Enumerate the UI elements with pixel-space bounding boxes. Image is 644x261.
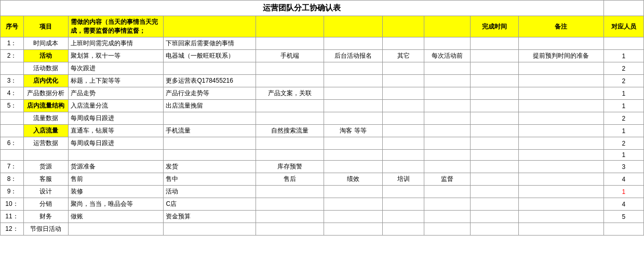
cell-needs: 装修 [68, 186, 164, 198]
cell-complete [471, 50, 519, 62]
cell-col3: 产品行业走势等 [164, 87, 256, 100]
cell-note [518, 87, 603, 100]
cell-note [518, 198, 603, 211]
cell-person: 1 [603, 186, 643, 198]
table-row: 12：节假日活动 [1, 223, 644, 236]
cell-col4 [256, 211, 324, 223]
cell-item: 店内流量结构 [24, 100, 68, 112]
cell-seq: 3： [1, 75, 24, 87]
cell-col7: 每次活动前 [424, 50, 471, 62]
cell-col7 [424, 150, 471, 161]
cell-col4 [256, 37, 324, 50]
cell-col5 [324, 137, 383, 150]
table-row: 6：运营数据每周或每日跟进2 [1, 137, 644, 150]
header-col6 [382, 16, 424, 37]
cell-seq [1, 125, 24, 137]
table-row: 流量数据每周或每日跟进2 [1, 112, 644, 125]
cell-person: 5 [603, 211, 643, 223]
cell-col7 [424, 112, 471, 125]
header-needs: 需做的内容（当天的事情当天完成，需要监督的事情监督； [68, 16, 164, 37]
cell-needs: 入店流量分流 [68, 100, 164, 112]
cell-seq [1, 62, 24, 75]
cell-note [518, 112, 603, 125]
cell-col7 [424, 161, 471, 173]
cell-col5 [324, 150, 383, 161]
cell-complete [471, 211, 519, 223]
cell-complete [471, 100, 519, 112]
cell-note [518, 62, 603, 75]
cell-col5 [324, 186, 383, 198]
cell-col3: 手机流量 [164, 125, 256, 137]
cell-item: 节假日活动 [24, 223, 68, 236]
cell-col6 [382, 37, 424, 50]
cell-col5: 淘客 等等 [324, 125, 383, 137]
cell-col7 [424, 125, 471, 137]
cell-item: 活动数据 [24, 62, 68, 75]
cell-col5: 后台活动报名 [324, 50, 383, 62]
cell-note [518, 100, 603, 112]
cell-col4 [256, 137, 324, 150]
cell-col3: 更多运营表Q178455216 [164, 75, 256, 87]
cell-complete [471, 223, 519, 236]
cell-col6 [382, 112, 424, 125]
table-wrapper: 运营团队分工协确认表 序号 项目 需做的内容（当天的事情当天完成，需要监督的事情… [0, 0, 644, 236]
cell-col4: 手机端 [256, 50, 324, 62]
cell-col5 [324, 62, 383, 75]
cell-seq: 6： [1, 137, 24, 150]
cell-needs: 售前 [68, 173, 164, 186]
cell-col5: 绩效 [324, 173, 383, 186]
cell-col5 [324, 37, 383, 50]
cell-col4: 产品文案，关联 [256, 87, 324, 100]
cell-complete [471, 112, 519, 125]
cell-note [518, 125, 603, 137]
cell-col4 [256, 198, 324, 211]
header-seq: 序号 [1, 16, 24, 37]
title-empty [603, 1, 643, 16]
cell-seq: 2： [1, 50, 24, 62]
table-row: 11：财务做账资金预算5 [1, 211, 644, 223]
cell-person: 2 [603, 62, 643, 75]
cell-person: 1 [603, 50, 643, 62]
cell-col5 [324, 112, 383, 125]
cell-col6 [382, 186, 424, 198]
cell-col7 [424, 186, 471, 198]
cell-col6 [382, 198, 424, 211]
cell-col7 [424, 211, 471, 223]
cell-complete [471, 137, 519, 150]
cell-person: 2 [603, 137, 643, 150]
cell-col5 [324, 75, 383, 87]
cell-col7 [424, 87, 471, 100]
cell-item [24, 150, 68, 161]
cell-item: 入店流量 [24, 125, 68, 137]
cell-item: 设计 [24, 186, 68, 198]
cell-col4: 库存预警 [256, 161, 324, 173]
cell-seq: 12： [1, 223, 24, 236]
cell-col6 [382, 125, 424, 137]
header-col3 [164, 16, 256, 37]
cell-col3 [164, 112, 256, 125]
cell-col3: C店 [164, 198, 256, 211]
table-row: 活动数据每次跟进2 [1, 62, 644, 75]
cell-col5 [324, 87, 383, 100]
cell-item: 店内优化 [24, 75, 68, 87]
cell-note [518, 37, 603, 50]
cell-item: 流量数据 [24, 112, 68, 125]
cell-needs [68, 150, 164, 161]
cell-needs: 货源准备 [68, 161, 164, 173]
header-row: 序号 项目 需做的内容（当天的事情当天完成，需要监督的事情监督； 完成时间 备注… [1, 16, 644, 37]
cell-complete [471, 198, 519, 211]
cell-person: 1 [603, 100, 643, 112]
cell-col4: 自然搜索流量 [256, 125, 324, 137]
cell-col3 [164, 150, 256, 161]
cell-needs: 每周或每日跟进 [68, 112, 164, 125]
table-row: 8：客服售前售中售后绩效培训监督4 [1, 173, 644, 186]
cell-col6: 培训 [382, 173, 424, 186]
cell-person: 1 [603, 87, 643, 100]
cell-col6 [382, 150, 424, 161]
cell-person: 4 [603, 173, 643, 186]
cell-item: 财务 [24, 211, 68, 223]
cell-col5 [324, 198, 383, 211]
main-table: 运营团队分工协确认表 序号 项目 需做的内容（当天的事情当天完成，需要监督的事情… [0, 0, 644, 236]
cell-complete [471, 75, 519, 87]
cell-person [603, 223, 643, 236]
